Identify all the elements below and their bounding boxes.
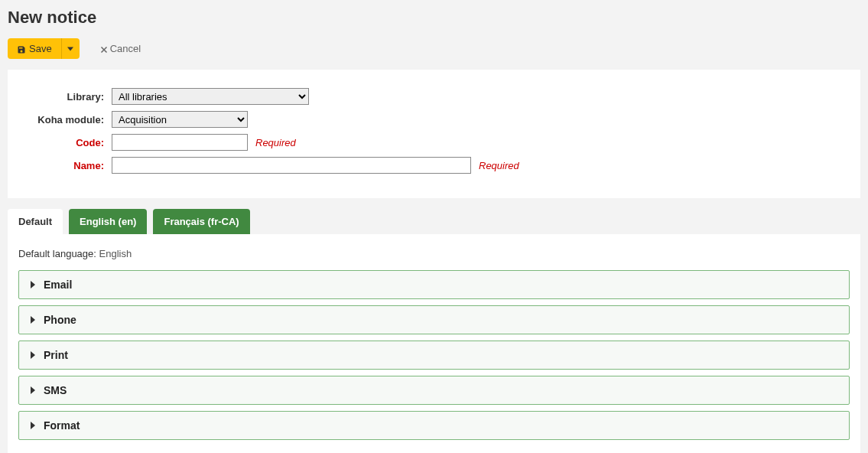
- page-title: New notice: [8, 8, 860, 28]
- accordion-title: SMS: [44, 384, 67, 396]
- accordion-phone: Phone: [18, 305, 850, 334]
- code-row: Code: Required: [29, 134, 839, 151]
- code-input[interactable]: [112, 134, 248, 151]
- module-select[interactable]: Acquisition: [112, 111, 248, 128]
- save-button-group: Save: [8, 38, 80, 59]
- module-row: Koha module: Acquisition: [29, 111, 839, 128]
- module-label: Koha module:: [29, 114, 112, 125]
- tab-default[interactable]: Default: [8, 209, 63, 234]
- code-label: Code:: [29, 137, 112, 148]
- accordion-title: Email: [44, 279, 72, 291]
- code-required-hint: Required: [255, 137, 296, 148]
- caret-right-icon: [30, 279, 36, 291]
- tab-content-default: Default language: English Email Phone Pr…: [8, 234, 860, 453]
- caret-right-icon: [30, 385, 36, 396]
- default-language-line: Default language: English: [18, 248, 850, 259]
- name-row: Name: Required: [29, 157, 839, 174]
- language-tabs: Default English (en) Français (fr-CA): [8, 209, 860, 234]
- accordion-header-print[interactable]: Print: [19, 341, 849, 369]
- accordion-header-email[interactable]: Email: [19, 271, 849, 298]
- accordion-header-phone[interactable]: Phone: [19, 306, 849, 334]
- accordion-email: Email: [18, 270, 850, 299]
- accordion-print: Print: [18, 341, 850, 370]
- form-panel: Library: All libraries Koha module: Acqu…: [8, 70, 860, 198]
- caret-right-icon: [30, 314, 36, 326]
- library-label: Library:: [29, 91, 112, 103]
- save-button[interactable]: Save: [8, 38, 61, 59]
- tab-english[interactable]: English (en): [69, 209, 147, 234]
- accordion-format: Format: [18, 411, 850, 440]
- tab-francais[interactable]: Français (fr-CA): [153, 209, 249, 234]
- name-label: Name:: [29, 160, 112, 171]
- caret-right-icon: [30, 350, 36, 361]
- save-icon: [17, 43, 26, 54]
- default-language-value: English: [99, 248, 132, 259]
- name-required-hint: Required: [479, 160, 519, 171]
- close-icon: [99, 43, 109, 54]
- name-input[interactable]: [112, 157, 471, 174]
- default-language-label: Default language:: [18, 248, 96, 259]
- library-row: Library: All libraries: [29, 88, 839, 105]
- accordion-header-format[interactable]: Format: [19, 412, 849, 439]
- caret-right-icon: [30, 420, 36, 432]
- caret-down-icon: [67, 43, 73, 54]
- save-dropdown-toggle[interactable]: [61, 38, 80, 59]
- accordion-sms: SMS: [18, 376, 850, 405]
- cancel-button[interactable]: Cancel: [90, 38, 150, 59]
- toolbar: Save Cancel: [8, 38, 860, 59]
- accordion-title: Phone: [44, 314, 76, 326]
- library-select[interactable]: All libraries: [112, 88, 309, 105]
- save-button-label: Save: [29, 43, 52, 54]
- cancel-button-label: Cancel: [110, 43, 141, 54]
- accordion-title: Print: [44, 349, 68, 361]
- accordion-header-sms[interactable]: SMS: [19, 376, 849, 404]
- accordion-title: Format: [44, 419, 80, 432]
